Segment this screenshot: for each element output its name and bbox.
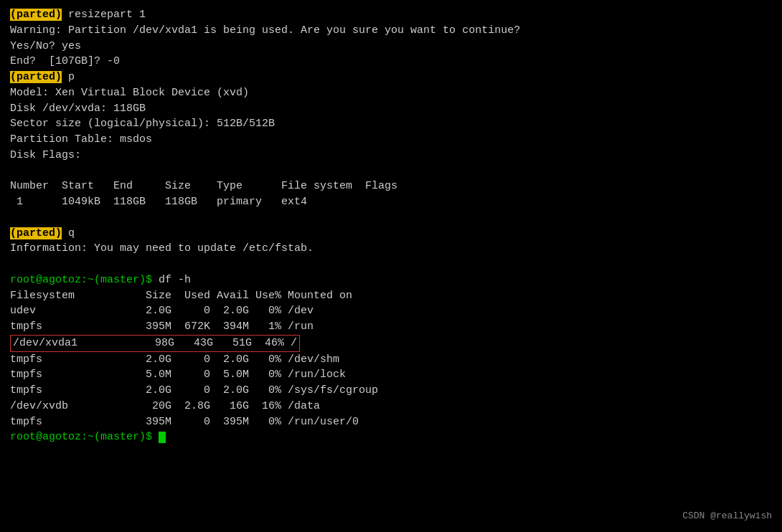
line-28-prompt-end: root@agotoz:~(master)$ xyxy=(10,429,772,445)
line-19: Filesystem Size Used Avail Use% Mounted … xyxy=(10,288,772,304)
watermark: CSDN @reallywish xyxy=(682,510,772,523)
line-2: Warning: Partition /dev/xvda1 is being u… xyxy=(10,23,772,39)
line-1: (parted) resizepart 1 xyxy=(10,7,772,23)
line-18-prompt: root@agotoz:~(master)$ df -h xyxy=(10,272,772,288)
line-21: tmpfs 395M 672K 394M 1% /run xyxy=(10,319,772,335)
cursor xyxy=(159,432,166,443)
line-20: udev 2.0G 0 2.0G 0% /dev xyxy=(10,303,772,319)
line-14-blank xyxy=(10,210,772,226)
parted-highlight-2: (parted) xyxy=(10,71,62,83)
line-12: Number Start End Size Type File system F… xyxy=(10,179,772,194)
line-23: tmpfs 2.0G 0 2.0G 0% /dev/shm xyxy=(10,352,772,368)
line-8: Sector size (logical/physical): 512B/512… xyxy=(10,116,772,132)
line-10: Disk Flags: xyxy=(10,148,772,163)
line-6: Model: Xen Virtual Block Device (xvd) xyxy=(10,85,772,101)
line-22-highlighted: /dev/xvda1 98G 43G 51G 46% / xyxy=(10,335,772,352)
line-15: (parted) q xyxy=(10,226,772,242)
line-27: tmpfs 395M 0 395M 0% /run/user/0 xyxy=(10,414,772,430)
line-4: End? [107GB]? -0 xyxy=(10,54,772,70)
parted-highlight: (parted) xyxy=(10,9,62,21)
line-17-blank xyxy=(10,257,772,272)
line-3: Yes/No? yes xyxy=(10,39,772,54)
line-11-blank xyxy=(10,163,772,179)
line-24: tmpfs 5.0M 0 5.0M 0% /run/lock xyxy=(10,367,772,383)
parted-highlight-3: (parted) xyxy=(10,227,62,239)
line-9: Partition Table: msdos xyxy=(10,132,772,148)
terminal-window: (parted) resizepart 1 Warning: Partition… xyxy=(0,0,782,532)
line-16: Information: You may need to update /etc… xyxy=(10,241,772,257)
line-26: /dev/xvdb 20G 2.8G 16G 16% /data xyxy=(10,399,772,414)
line-5: (parted) p xyxy=(10,70,772,85)
line-13: 1 1049kB 118GB 118GB primary ext4 xyxy=(10,194,772,210)
line-25: tmpfs 2.0G 0 2.0G 0% /sys/fs/cgroup xyxy=(10,383,772,399)
highlighted-row: /dev/xvda1 98G 43G 51G 46% / xyxy=(10,335,300,352)
line-7: Disk /dev/xvda: 118GB xyxy=(10,101,772,117)
